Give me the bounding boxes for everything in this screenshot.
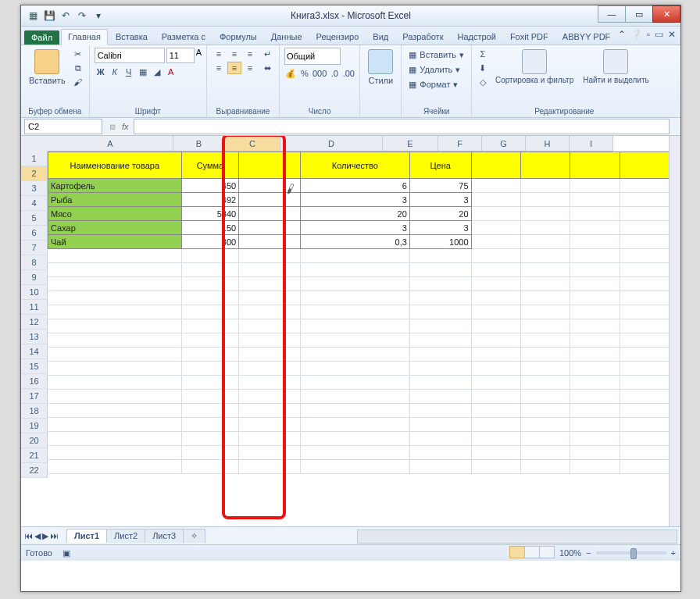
cell[interactable] — [520, 376, 570, 390]
cell[interactable] — [471, 207, 520, 221]
cell[interactable] — [239, 193, 301, 207]
alignment-buttons[interactable]: ≡≡≡ ≡≡≡ — [212, 48, 257, 74]
cell[interactable]: 300 — [181, 235, 239, 249]
cell[interactable] — [48, 263, 182, 277]
cell[interactable]: Сахар — [48, 221, 182, 235]
underline-button[interactable]: Ч — [123, 66, 135, 78]
tab-data[interactable]: Данные — [265, 30, 309, 45]
cell[interactable] — [48, 432, 182, 446]
row-header-11[interactable]: 11 — [21, 300, 48, 315]
cell[interactable] — [570, 390, 620, 404]
cell[interactable] — [520, 249, 570, 263]
cell[interactable] — [239, 432, 301, 446]
cell[interactable] — [570, 263, 620, 277]
cell[interactable] — [620, 376, 669, 390]
cell[interactable] — [520, 291, 570, 305]
maximize-button[interactable]: ▭ — [625, 5, 653, 23]
cell[interactable] — [239, 291, 301, 305]
row-header-2[interactable]: 2 — [21, 166, 48, 181]
cell[interactable] — [570, 432, 620, 446]
cell[interactable] — [471, 221, 520, 235]
cell[interactable] — [471, 348, 520, 362]
currency-icon[interactable]: 💰 — [284, 67, 297, 80]
cell[interactable] — [300, 362, 409, 376]
cell[interactable]: 450 — [181, 179, 239, 193]
cell[interactable] — [181, 249, 239, 263]
cell[interactable] — [300, 249, 409, 263]
cell[interactable] — [239, 277, 301, 291]
cell[interactable] — [471, 249, 520, 263]
cell[interactable]: 20 — [300, 207, 409, 221]
cell[interactable] — [48, 404, 182, 418]
cell[interactable]: 20 — [409, 207, 471, 221]
cell[interactable] — [570, 348, 620, 362]
cell[interactable] — [409, 348, 471, 362]
increase-decimal-icon[interactable]: .0 — [328, 67, 341, 80]
sheet-tab-2[interactable]: Лист2 — [106, 529, 145, 543]
cell[interactable] — [239, 207, 301, 221]
cell[interactable] — [620, 277, 669, 291]
zoom-out-button[interactable]: − — [586, 548, 591, 558]
cell[interactable] — [620, 235, 669, 249]
cell[interactable] — [300, 390, 409, 404]
undo-icon[interactable]: ↶ — [59, 9, 73, 23]
cell[interactable] — [48, 418, 182, 432]
cell[interactable]: 492 — [181, 193, 239, 207]
cell[interactable] — [48, 249, 182, 263]
cell[interactable] — [181, 446, 239, 460]
format-cells-button[interactable]: ▦ Формат ▾ — [406, 77, 466, 91]
cell[interactable] — [520, 235, 570, 249]
maximize-workbook-icon[interactable]: ▭ — [655, 29, 663, 40]
cell[interactable] — [570, 446, 620, 460]
cell[interactable] — [48, 362, 182, 376]
cell[interactable]: Сумма — [181, 152, 239, 179]
autosum-icon[interactable]: Σ — [477, 48, 489, 60]
cell[interactable] — [471, 432, 520, 446]
minimize-ribbon-icon[interactable]: ⌃ — [618, 29, 626, 40]
wrap-text-icon[interactable]: ↵ — [262, 48, 274, 60]
cell[interactable] — [239, 390, 301, 404]
row-header-10[interactable]: 10 — [21, 285, 48, 300]
cell[interactable] — [570, 404, 620, 418]
cell[interactable] — [620, 319, 669, 333]
cell[interactable] — [520, 179, 570, 193]
decrease-decimal-icon[interactable]: .00 — [342, 67, 355, 80]
cell[interactable] — [48, 291, 182, 305]
sheet-tab-3[interactable]: Лист3 — [145, 529, 184, 543]
cell[interactable] — [181, 432, 239, 446]
row-header-20[interactable]: 20 — [21, 433, 48, 448]
cell[interactable] — [181, 263, 239, 277]
cell[interactable] — [570, 333, 620, 348]
cell[interactable] — [409, 418, 471, 432]
cell[interactable] — [409, 390, 471, 404]
cell[interactable] — [48, 333, 182, 348]
zoom-slider[interactable] — [596, 551, 666, 554]
row-header-18[interactable]: 18 — [21, 404, 48, 419]
cell[interactable] — [300, 348, 409, 362]
cell[interactable] — [471, 235, 520, 249]
row-header-1[interactable]: 1 — [21, 152, 48, 166]
row-header-3[interactable]: 3 — [21, 181, 48, 196]
cell[interactable]: Количество — [300, 152, 409, 179]
border-icon[interactable]: ▦ — [137, 66, 149, 78]
cell[interactable] — [239, 263, 301, 277]
cell[interactable] — [570, 319, 620, 333]
paste-button[interactable]: Вставить — [26, 48, 69, 87]
cell[interactable] — [471, 291, 520, 305]
sheet-nav[interactable]: ⏮◀▶⏭ — [21, 531, 62, 541]
col-header-C[interactable]: C — [225, 136, 280, 152]
col-header-E[interactable]: E — [383, 136, 438, 152]
tab-review[interactable]: Рецензиро — [310, 30, 366, 45]
col-header-I[interactable]: I — [570, 136, 613, 152]
cell[interactable] — [520, 446, 570, 460]
cell[interactable] — [48, 376, 182, 390]
cell[interactable] — [570, 376, 620, 390]
cell[interactable] — [520, 263, 570, 277]
cell[interactable] — [471, 263, 520, 277]
formula-input[interactable] — [134, 119, 670, 134]
row-header-5[interactable]: 5 — [21, 211, 48, 226]
cell[interactable]: 5340 — [181, 207, 239, 221]
cell[interactable] — [620, 291, 669, 305]
cell[interactable] — [570, 249, 620, 263]
cell[interactable] — [620, 418, 669, 432]
